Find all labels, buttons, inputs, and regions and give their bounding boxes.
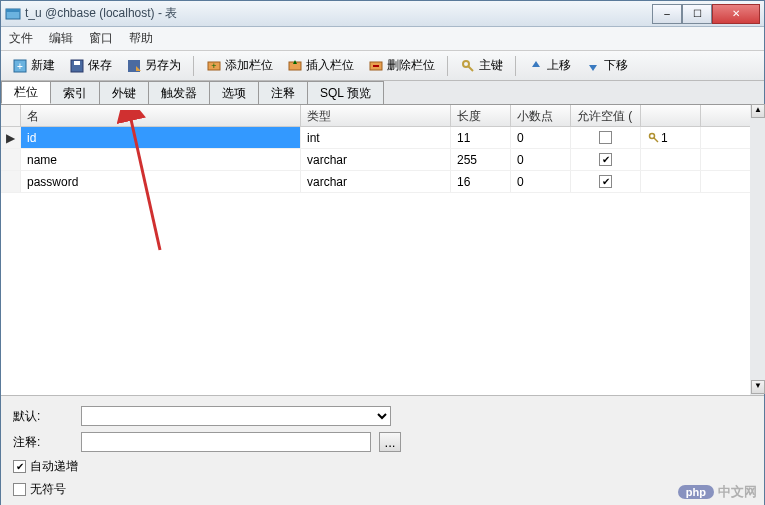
cell-name[interactable]: password	[21, 171, 301, 192]
unsigned-checkbox[interactable]	[13, 483, 26, 496]
svg-line-15	[468, 66, 473, 71]
scroll-up-icon[interactable]: ▲	[751, 104, 765, 118]
svg-text:+: +	[17, 61, 23, 72]
save-as-button[interactable]: 另存为	[121, 55, 186, 76]
tab-options[interactable]: 选项	[209, 81, 259, 104]
minimize-button[interactable]: –	[652, 4, 682, 24]
table-row[interactable]: name varchar 255 0 ✔	[1, 149, 750, 171]
auto-increment-checkbox[interactable]: ✔	[13, 460, 26, 473]
separator	[193, 56, 194, 76]
header-name[interactable]: 名	[21, 105, 301, 126]
new-button[interactable]: + 新建	[7, 55, 60, 76]
checkbox-icon[interactable]	[599, 131, 612, 144]
insert-field-icon	[287, 58, 303, 74]
titlebar[interactable]: t_u @chbase (localhost) - 表 – ☐ ✕	[1, 1, 764, 27]
tab-foreign-keys[interactable]: 外键	[99, 81, 149, 104]
cell-decimal[interactable]: 0	[511, 149, 571, 170]
table-row[interactable]: password varchar 16 0 ✔	[1, 171, 750, 193]
add-field-button[interactable]: + 添加栏位	[201, 55, 278, 76]
cell-type[interactable]: varchar	[301, 171, 451, 192]
header-type[interactable]: 类型	[301, 105, 451, 126]
primary-key-button[interactable]: 主键	[455, 55, 508, 76]
vertical-scrollbar[interactable]: ▲ ▼	[751, 104, 765, 394]
tab-fields[interactable]: 栏位	[1, 81, 51, 104]
svg-rect-5	[74, 61, 80, 65]
app-icon	[5, 6, 21, 22]
auto-increment-label: 自动递增	[30, 458, 78, 475]
tabs: 栏位 索引 外键 触发器 选项 注释 SQL 预览	[1, 81, 764, 105]
cell-name[interactable]: name	[21, 149, 301, 170]
add-field-icon: +	[206, 58, 222, 74]
window-frame: t_u @chbase (localhost) - 表 – ☐ ✕ 文件 编辑 …	[0, 0, 765, 505]
tab-comment[interactable]: 注释	[258, 81, 308, 104]
toolbar: + 新建 保存 另存为 + 添加栏位 插入栏位 删除栏位 主键	[1, 51, 764, 81]
table-row[interactable]: ▶ id int 11 0 1	[1, 127, 750, 149]
delete-field-icon	[368, 58, 384, 74]
insert-field-button[interactable]: 插入栏位	[282, 55, 359, 76]
cell-type[interactable]: varchar	[301, 149, 451, 170]
svg-rect-1	[6, 9, 20, 12]
unsigned-label: 无符号	[30, 481, 66, 498]
key-icon	[647, 131, 661, 145]
default-label: 默认:	[13, 408, 73, 425]
window-title: t_u @chbase (localhost) - 表	[25, 5, 652, 22]
separator	[447, 56, 448, 76]
header-length[interactable]: 长度	[451, 105, 511, 126]
arrow-down-icon	[585, 58, 601, 74]
svg-point-18	[650, 133, 655, 138]
arrow-up-icon	[528, 58, 544, 74]
tab-indexes[interactable]: 索引	[50, 81, 100, 104]
cell-name[interactable]: id	[21, 127, 301, 148]
svg-marker-16	[532, 61, 540, 67]
save-button[interactable]: 保存	[64, 55, 117, 76]
grid-header: 名 类型 长度 小数点 允许空值 (	[1, 105, 750, 127]
header-decimal[interactable]: 小数点	[511, 105, 571, 126]
menu-edit[interactable]: 编辑	[49, 30, 73, 47]
cell-type[interactable]: int	[301, 127, 451, 148]
cell-key[interactable]	[641, 171, 701, 192]
close-button[interactable]: ✕	[712, 4, 760, 24]
cell-allow-null[interactable]	[571, 127, 641, 148]
svg-line-19	[654, 138, 658, 142]
header-allow-null[interactable]: 允许空值 (	[571, 105, 641, 126]
cell-length[interactable]: 11	[451, 127, 511, 148]
default-select[interactable]	[81, 406, 391, 426]
comment-more-button[interactable]: ...	[379, 432, 401, 452]
svg-text:+: +	[211, 61, 216, 71]
comment-label: 注释:	[13, 434, 73, 451]
new-icon: +	[12, 58, 28, 74]
cell-length[interactable]: 16	[451, 171, 511, 192]
cell-decimal[interactable]: 0	[511, 171, 571, 192]
field-properties-panel: 默认: 注释: ... ✔ 自动递增 无符号	[1, 395, 764, 505]
key-icon	[460, 58, 476, 74]
separator	[515, 56, 516, 76]
fields-grid[interactable]: 名 类型 长度 小数点 允许空值 ( ▶ id int 11 0 1 name …	[1, 105, 764, 395]
maximize-button[interactable]: ☐	[682, 4, 712, 24]
delete-field-button[interactable]: 删除栏位	[363, 55, 440, 76]
menubar: 文件 编辑 窗口 帮助	[1, 27, 764, 51]
row-indicator-icon: ▶	[1, 127, 21, 148]
cell-key[interactable]: 1	[641, 127, 701, 148]
save-as-icon	[126, 58, 142, 74]
menu-window[interactable]: 窗口	[89, 30, 113, 47]
cell-length[interactable]: 255	[451, 149, 511, 170]
cell-key[interactable]	[641, 149, 701, 170]
cell-allow-null[interactable]: ✔	[571, 171, 641, 192]
tab-triggers[interactable]: 触发器	[148, 81, 210, 104]
checkbox-icon[interactable]: ✔	[599, 153, 612, 166]
move-up-button[interactable]: 上移	[523, 55, 576, 76]
comment-input[interactable]	[81, 432, 371, 452]
menu-file[interactable]: 文件	[9, 30, 33, 47]
checkbox-icon[interactable]: ✔	[599, 175, 612, 188]
save-icon	[69, 58, 85, 74]
cell-allow-null[interactable]: ✔	[571, 149, 641, 170]
window-controls: – ☐ ✕	[652, 4, 760, 24]
menu-help[interactable]: 帮助	[129, 30, 153, 47]
scroll-down-icon[interactable]: ▼	[751, 380, 765, 394]
tab-sql-preview[interactable]: SQL 预览	[307, 81, 384, 104]
svg-marker-17	[589, 65, 597, 71]
move-down-button[interactable]: 下移	[580, 55, 633, 76]
cell-decimal[interactable]: 0	[511, 127, 571, 148]
